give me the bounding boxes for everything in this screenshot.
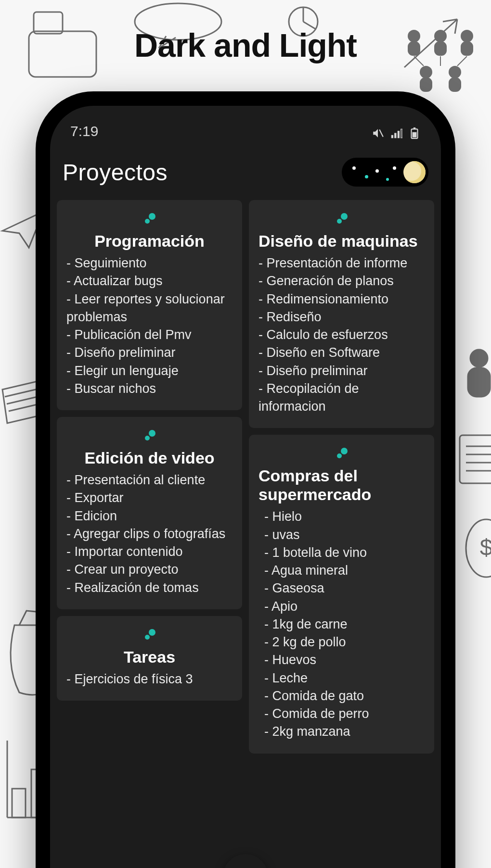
card-list: - Seguimiento - Actualizar bugs - Leer r…: [66, 254, 233, 398]
list-item: - 2 kg de pollo: [258, 633, 425, 651]
hero-title: Dark and Light: [0, 26, 491, 64]
list-item: - 1kg de carne: [258, 616, 425, 633]
svg-point-35: [145, 219, 150, 224]
phone-screen: 7:19 Proyectos: [50, 106, 441, 868]
mute-icon: [372, 127, 384, 139]
list-item: - Huevos: [258, 651, 425, 669]
list-item: - Comida de gato: [258, 687, 425, 705]
svg-rect-25: [468, 368, 490, 397]
phone-frame: 7:19 Proyectos: [36, 91, 455, 868]
page-title: Proyectos: [63, 159, 168, 186]
svg-point-38: [149, 629, 155, 636]
list-item: - Ejercicios de física 3: [66, 670, 233, 688]
card-title: Tareas: [66, 648, 233, 667]
list-item: - Comida de perro: [258, 705, 425, 723]
bubbles-icon: [258, 446, 425, 463]
list-item: - Seguimiento: [66, 254, 233, 272]
status-time: 7:19: [70, 123, 98, 139]
project-card-diseno[interactable]: Diseño de maquinas - Presentación de inf…: [249, 200, 434, 428]
signal-icon: [390, 127, 402, 139]
svg-line-26: [379, 129, 383, 137]
list-item: - 1 botella de vino: [258, 544, 425, 562]
bubbles-icon: [66, 428, 233, 445]
project-card-edicion[interactable]: Edición de video - Presentación al clien…: [57, 417, 242, 609]
list-item: - Publicación del Pmv: [66, 326, 233, 344]
list-item: - Diseño en Software: [258, 344, 425, 362]
list-item: - 2kg manzana: [258, 723, 425, 741]
svg-point-37: [145, 436, 150, 440]
svg-point-36: [149, 430, 155, 437]
card-title: Diseño de maquinas: [258, 232, 425, 251]
svg-point-39: [145, 635, 150, 640]
list-item: - Redimensionamiento: [258, 290, 425, 308]
status-icons: [372, 127, 421, 139]
grid-col-left: Programación - Seguimiento - Actualizar …: [57, 200, 242, 754]
list-item: - Agregar clips o fotografías: [66, 525, 233, 543]
list-item: - Apio: [258, 598, 425, 616]
battery-icon: [408, 127, 421, 139]
plus-icon: +: [238, 862, 253, 868]
project-card-tareas[interactable]: Tareas - Ejercicios de física 3: [57, 616, 242, 701]
svg-point-34: [149, 213, 155, 220]
stars-icon: [349, 158, 400, 187]
list-item: - Elegir un lenguaje: [66, 362, 233, 380]
add-project-fab[interactable]: +: [223, 854, 268, 868]
card-list: - Presentación de informe - Generación d…: [258, 254, 425, 415]
list-item: - Generación de planos: [258, 272, 425, 290]
card-list: - Ejercicios de física 3: [66, 670, 233, 688]
svg-point-12: [449, 66, 461, 78]
svg-rect-16: [460, 435, 491, 483]
moon-icon: [403, 161, 426, 183]
list-item: - Exportar: [66, 489, 233, 507]
project-grid[interactable]: Programación - Seguimiento - Actualizar …: [50, 200, 441, 754]
svg-rect-28: [395, 133, 396, 138]
list-item: - Leche: [258, 669, 425, 687]
svg-rect-30: [401, 129, 402, 138]
project-card-programacion[interactable]: Programación - Seguimiento - Actualizar …: [57, 200, 242, 410]
svg-point-24: [470, 350, 488, 367]
card-title: Programación: [66, 232, 233, 251]
card-list: - Presentación al cliente - Exportar - E…: [66, 471, 233, 597]
list-item: - Realización de tomas: [66, 579, 233, 597]
list-item: - Calculo de esfuerzos: [258, 326, 425, 344]
svg-point-41: [337, 219, 342, 224]
svg-point-43: [337, 453, 342, 458]
list-item: - Importar contenido: [66, 543, 233, 561]
list-item: - Crear un proyecto: [66, 561, 233, 579]
list-item: - Buscar nichos: [66, 380, 233, 398]
svg-rect-33: [413, 127, 415, 129]
project-card-compras[interactable]: Compras del supermercado - Hielo - uvas …: [249, 435, 434, 753]
svg-rect-13: [449, 78, 461, 91]
svg-point-42: [341, 448, 348, 454]
grid-col-right: Diseño de maquinas - Presentación de inf…: [249, 200, 434, 754]
bubbles-icon: [258, 212, 425, 228]
card-title: Edición de video: [66, 449, 233, 467]
list-item: - Presentación al cliente: [66, 471, 233, 489]
svg-point-10: [420, 66, 432, 78]
svg-rect-32: [413, 132, 417, 138]
list-item: - Actualizar bugs: [66, 272, 233, 290]
list-item: - Agua mineral: [258, 562, 425, 579]
svg-point-40: [341, 213, 348, 220]
list-item: - Presentación de informe: [258, 254, 425, 272]
list-item: - Diseño preliminar: [258, 362, 425, 380]
list-item: - Hielo: [258, 508, 425, 526]
list-item: - Gaseosa: [258, 579, 425, 597]
list-item: - Recopilación de informacion: [258, 380, 425, 416]
theme-toggle[interactable]: [342, 158, 428, 187]
list-item: - Diseño preliminar: [66, 344, 233, 362]
list-item: - Edicion: [66, 507, 233, 525]
list-item: - Leer reportes y solucionar problemas: [66, 290, 233, 327]
bubbles-icon: [66, 212, 233, 228]
bubbles-icon: [66, 628, 233, 644]
svg-text:$: $: [480, 535, 491, 560]
app-header: Proyectos: [50, 144, 441, 200]
svg-rect-27: [391, 135, 393, 138]
list-item: - uvas: [258, 526, 425, 544]
card-title: Compras del supermercado: [258, 466, 425, 504]
list-item: - Rediseño: [258, 308, 425, 326]
svg-rect-29: [398, 131, 399, 138]
status-bar: 7:19: [50, 106, 441, 144]
svg-rect-11: [420, 78, 432, 91]
svg-rect-21: [12, 789, 26, 818]
